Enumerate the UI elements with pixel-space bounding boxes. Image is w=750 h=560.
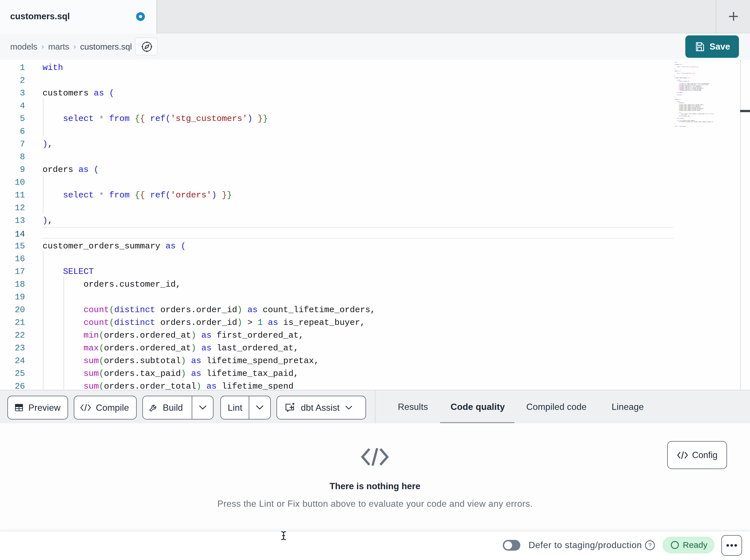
svg-text:?: ? [648, 542, 652, 548]
